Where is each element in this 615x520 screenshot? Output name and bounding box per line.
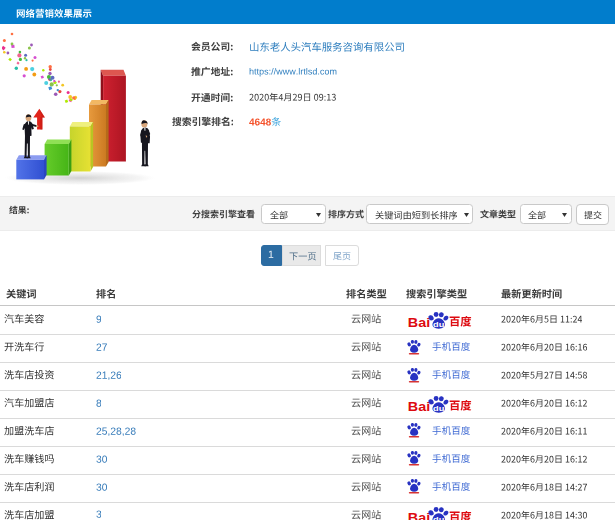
- svg-text:Bai: Bai: [407, 511, 429, 520]
- svg-text:Bai: Bai: [407, 399, 429, 413]
- svg-text:du: du: [433, 403, 444, 412]
- svg-text:du: du: [433, 319, 444, 328]
- svg-text:Bai: Bai: [407, 315, 429, 329]
- svg-text:du: du: [433, 515, 444, 520]
